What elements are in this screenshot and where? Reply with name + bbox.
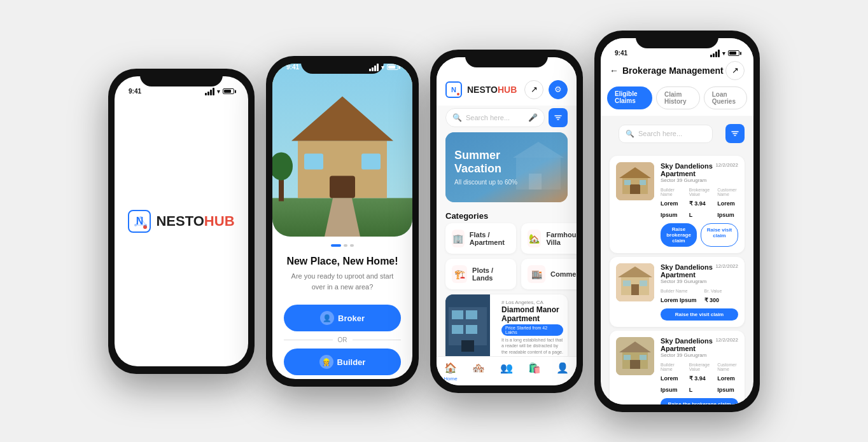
divider-line-right [353, 340, 402, 340]
share-button[interactable]: ↗ [524, 80, 543, 99]
tab-claim-history[interactable]: Claim History [656, 86, 700, 109]
hero-image [272, 64, 412, 237]
svg-rect-36 [630, 184, 640, 194]
claim-brokerage-2: Br. Value ₹ 300 [704, 289, 722, 305]
bottom-nav: 🏠 Home 🏘️ 👥 🛍️ 👤 [437, 356, 577, 385]
claim-date-1: 12/2/2022 [715, 162, 738, 168]
svg-rect-29 [461, 340, 474, 352]
raise-visit-btn-1[interactable]: Raise visit claim [701, 223, 738, 247]
status-bar-1: 9:41 ▾ [115, 88, 248, 95]
builder-button[interactable]: 👷 Builder [284, 349, 401, 375]
svg-rect-50 [640, 355, 647, 360]
builder-val-3: Lorem Ipsum [661, 375, 678, 393]
search-row: 🔍 Search here... 🎤 [445, 108, 568, 127]
customer-val-1: Lorem Ipsum [717, 200, 735, 218]
builder-label-3: Builder Name [661, 363, 682, 371]
wifi-icon-4: ▾ [722, 50, 725, 57]
brokerage-filter-button[interactable] [725, 124, 745, 143]
battery-icon-4 [728, 50, 739, 56]
onboarding-screen: 9:41 ▾ [272, 64, 412, 379]
claim-actions-2: Raise the visit claim [661, 308, 738, 321]
logo-dot-small [457, 93, 459, 95]
header-action-icons: ↗ ⚙ [524, 80, 568, 99]
divider-line-left [284, 340, 333, 340]
svg-rect-11 [304, 153, 323, 169]
claim-img-2 [616, 263, 654, 301]
svg-rect-25 [452, 310, 463, 319]
customer-label-3: Customer Name [717, 363, 738, 371]
broker-button[interactable]: 👤 Broker [284, 305, 401, 331]
brokerage-action-button[interactable]: ↗ [725, 61, 745, 80]
brokerage-search-bar[interactable]: 🔍 Search here... [619, 125, 713, 143]
brokerage-title: Brokerage Management [622, 66, 724, 76]
tab-eligible-claims[interactable]: Eligible Claims [607, 86, 652, 109]
logo-box: N [128, 210, 151, 233]
claim-customer-1: Customer Name Lorem Ipsum [717, 188, 738, 219]
claim-brokerage-1: Brokerage Value ₹ 3.94 L [689, 188, 710, 219]
properties-nav-icon: 🏘️ [472, 362, 485, 374]
phone-onboarding: 9:41 ▾ [266, 56, 419, 387]
raise-brokerage-btn-1[interactable]: Raise brokerage claim [661, 223, 697, 247]
claim-date-2: 12/2/2022 [715, 263, 738, 269]
claim-card-2: Sky Dandelions Apartment Sector 39 Gurug… [610, 257, 745, 327]
nav-properties[interactable]: 🏘️ [465, 362, 493, 382]
farmhouse-label: Farmhouse / Villa [546, 231, 577, 246]
raise-visit-btn-2[interactable]: Raise the visit claim [661, 308, 738, 321]
claim-builder-1: Builder Name Lorem Ipsum [661, 188, 682, 219]
builder-val-1: Lorem Ipsum [661, 200, 678, 218]
svg-rect-22 [529, 174, 542, 190]
banner-subtitle: All discount up to 60% [454, 179, 517, 186]
nav-profile[interactable]: 👤 [549, 362, 577, 382]
svg-rect-49 [624, 355, 631, 360]
search-bar[interactable]: 🔍 Search here... 🎤 [445, 108, 545, 127]
category-flats[interactable]: 🏢 Flats / Apartment [445, 223, 516, 254]
price-badge: Price Started from 42 Lakhs [501, 324, 563, 336]
brokerage-search-icon: 🔍 [626, 130, 634, 138]
or-divider: OR [284, 336, 401, 343]
claim-builder-2: Builder Name Lorem Ipsum [661, 289, 697, 305]
tab-loan-queries[interactable]: Loan Queries [704, 86, 747, 109]
wifi-icon: ▾ [217, 88, 220, 95]
logo-hub-main: HUB [498, 85, 517, 95]
claim-card-1: Sky Dandelions Apartment Sector 39 Gurug… [610, 156, 745, 253]
claim-sub-2: Sector 39 Gurugram [661, 279, 715, 284]
flats-label: Flats / Apartment [470, 231, 510, 246]
category-commercial[interactable]: 🏬 Commercial [521, 259, 577, 289]
splash-screen: 9:41 ▾ N [115, 76, 248, 366]
property-location: # Los Angeles, CA [501, 300, 563, 305]
wifi-icon-2: ▾ [381, 64, 384, 71]
builder-label-1: Builder Name [661, 188, 682, 197]
nav-home-label: Home [444, 376, 457, 382]
builder-label-2: Builder Name [661, 289, 697, 293]
claim-fields-1: Builder Name Lorem Ipsum Brokerage Value… [661, 188, 738, 219]
claim-sub-3: Sector 39 Gurugram [661, 352, 715, 358]
nav-agents[interactable]: 👥 [493, 362, 521, 382]
claim-info-3: Sky Dandelions Apartment Sector 39 Gurug… [661, 337, 738, 404]
categories-grid: 🏢 Flats / Apartment 🏡 Farmhouse / Villa … [445, 223, 568, 289]
broker-avatar: 👤 [320, 311, 334, 325]
filter-header-button[interactable]: ⚙ [549, 80, 568, 99]
hero-image-bg [272, 64, 412, 237]
logo-nesto-main: NESTO [467, 85, 498, 95]
raise-brokerage-label-3: Raise the brokerage claim [668, 401, 731, 404]
claim-info-1: Sky Dandelions Apartment Sector 39 Gurug… [661, 162, 738, 247]
raise-brokerage-btn-3[interactable]: Raise the brokerage claim [661, 398, 738, 404]
status-icons-1: ▾ [205, 88, 234, 95]
svg-rect-28 [466, 325, 477, 334]
claim-actions-1: Raise brokerage claim Raise visit claim [661, 223, 738, 247]
home-nav-icon: 🏠 [444, 362, 457, 374]
tab-eligible-label: Eligible Claims [615, 90, 638, 104]
status-icons-4: ▾ [710, 50, 739, 57]
filter-button[interactable] [549, 108, 568, 127]
app-logo: N NESTOHUB [128, 210, 234, 233]
svg-rect-42 [631, 284, 639, 295]
claim-name-1: Sky Dandelions Apartment [661, 162, 715, 177]
back-button[interactable]: ← Brokerage Management [610, 66, 724, 76]
category-farmhouse[interactable]: 🏡 Farmhouse / Villa [521, 223, 577, 254]
claim-fields-3: Builder Name Lorem Ipsum Brokerage Value… [661, 363, 738, 394]
onboard-content: New Place, New Home! Are you ready to up… [272, 247, 412, 301]
claims-list: Sky Dandelions Apartment Sector 39 Gurug… [601, 152, 753, 404]
nav-market[interactable]: 🛍️ [521, 362, 549, 382]
nav-home[interactable]: 🏠 Home [437, 362, 465, 382]
category-plots[interactable]: 🏗️ Plots / Lands [445, 259, 516, 289]
